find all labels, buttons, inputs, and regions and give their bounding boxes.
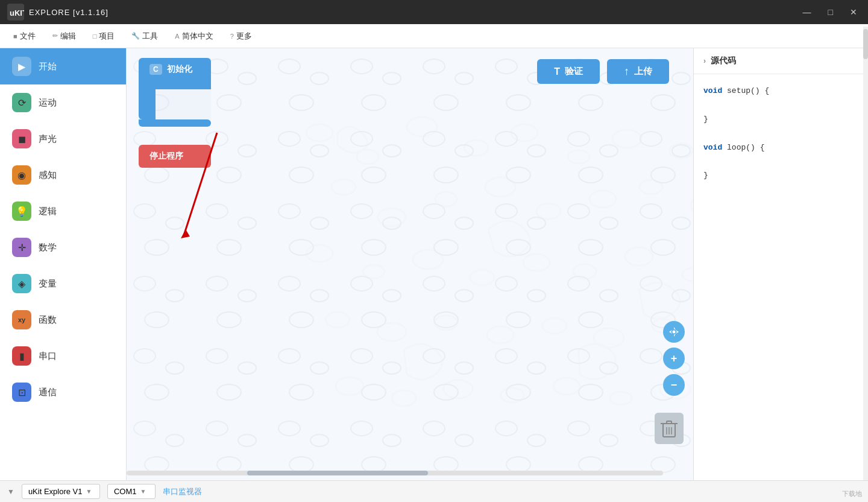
svg-point-38: [392, 390, 416, 406]
logo-icon: uKIT: [7, 4, 24, 21]
svg-point-34: [594, 328, 624, 348]
svg-point-25: [573, 264, 596, 279]
svg-point-42: [610, 392, 632, 405]
svg-point-20: [306, 245, 333, 262]
zoom-in-button[interactable]: +: [663, 348, 685, 369]
main-content: ▶ 开始 ⟳ 运动 ◼ 声光 ◉ 感知 💡 逻辑 ✛ 数学 ◈ 变量 xy 函: [0, 48, 868, 480]
svg-point-51: [673, 331, 676, 334]
trash-button[interactable]: [655, 413, 684, 444]
language-icon: A: [175, 33, 179, 40]
svg-point-14: [485, 177, 515, 197]
app-title: EXPLORE [v1.1.16]: [29, 8, 108, 17]
zoom-out-button[interactable]: −: [663, 374, 685, 396]
svg-point-37: [336, 377, 363, 395]
svg-marker-50: [676, 330, 679, 334]
svg-point-11: [332, 179, 356, 195]
menu-project-label: 项目: [99, 31, 115, 42]
sidebar-item-motion[interactable]: ⟳ 运动: [0, 84, 126, 121]
sidebar-item-func[interactable]: xy 函数: [0, 302, 126, 338]
sidebar-item-var[interactable]: ◈ 变量: [0, 265, 126, 302]
sidebar-label-serial: 串口: [39, 351, 57, 362]
port-label: COM1: [114, 487, 137, 496]
svg-point-13: [435, 192, 457, 206]
board-label: uKit Explore V1: [28, 487, 83, 496]
sidebar-label-comm: 通信: [39, 387, 57, 398]
serial-icon: ▮: [12, 346, 31, 366]
code-line-5: void loop() {: [703, 141, 858, 154]
svg-point-33: [542, 318, 567, 334]
svg-point-15: [536, 203, 561, 219]
more-icon: ?: [230, 33, 234, 40]
svg-point-9: [670, 144, 693, 158]
sidebar-item-comm[interactable]: ⊡ 通信: [0, 374, 126, 410]
menu-edit[interactable]: ✏ 编辑: [44, 27, 84, 45]
svg-point-4: [407, 117, 437, 136]
svg-point-23: [470, 270, 494, 285]
board-dropdown-arrow: ▼: [86, 488, 92, 495]
menu-bar: ■ 文件 ✏ 编辑 □ 项目 🔧 工具 A 简体中文 ? 更多: [0, 24, 868, 48]
menu-tools-label: 工具: [142, 31, 158, 42]
svg-point-21: [363, 265, 385, 278]
source-panel-title: 源代码: [711, 56, 736, 66]
menu-project[interactable]: □ 项目: [84, 27, 124, 45]
svg-point-40: [501, 388, 524, 402]
source-chevron-icon: ›: [703, 57, 706, 65]
port-selector[interactable]: COM1 ▼: [107, 484, 156, 499]
svg-point-27: [682, 268, 693, 281]
svg-point-30: [377, 323, 406, 341]
source-panel: › 源代码 void setup() { } void loop() { }: [693, 48, 868, 480]
menu-file[interactable]: ■ 文件: [5, 27, 44, 45]
menu-language-label: 简体中文: [182, 31, 213, 42]
var-icon: ◈: [12, 274, 31, 293]
upload-button[interactable]: ↑ 上传: [607, 59, 669, 84]
menu-tools[interactable]: 🔧 工具: [123, 27, 166, 45]
init-icon: C: [149, 64, 162, 75]
file-icon: ■: [13, 33, 17, 40]
close-button[interactable]: ✕: [846, 6, 861, 18]
func-icon: xy: [12, 310, 31, 329]
svg-point-31: [435, 316, 458, 330]
svg-point-5: [464, 140, 488, 156]
sidebar-item-logic[interactable]: 💡 逻辑: [0, 193, 126, 229]
menu-language[interactable]: A 简体中文: [166, 27, 221, 45]
source-panel-header: › 源代码: [694, 48, 868, 74]
sidebar-item-sound[interactable]: ◼ 声光: [0, 121, 126, 157]
menu-file-label: 文件: [20, 31, 36, 42]
status-arrow-icon: ▼: [7, 488, 14, 496]
project-icon: □: [93, 33, 97, 40]
sidebar-label-start: 开始: [39, 61, 57, 72]
minimize-button[interactable]: —: [799, 6, 815, 18]
stop-block-container[interactable]: 停止程序: [139, 97, 211, 168]
canvas-background: [127, 48, 693, 480]
sidebar-item-serial[interactable]: ▮ 串口: [0, 338, 126, 374]
canvas-scrollbar[interactable]: [127, 471, 663, 475]
svg-point-41: [553, 378, 580, 395]
verify-button[interactable]: T 验证: [537, 59, 600, 84]
tools-icon: 🔧: [131, 32, 140, 40]
code-line-1: void setup() {: [703, 84, 858, 98]
svg-point-29: [326, 312, 350, 328]
zoom-center-button[interactable]: [663, 321, 685, 343]
canvas-scrollbar-thumb: [247, 471, 428, 475]
sidebar-item-sense[interactable]: ◉ 感知: [0, 157, 126, 193]
svg-point-6: [511, 124, 538, 141]
sidebar-label-math: 数学: [39, 242, 57, 253]
watermark: 下载地: [842, 489, 862, 498]
svg-point-17: [640, 180, 662, 194]
svg-point-8: [612, 130, 641, 148]
board-selector[interactable]: uKit Explore V1 ▼: [22, 484, 100, 499]
sidebar-item-start[interactable]: ▶ 开始: [0, 48, 126, 84]
port-dropdown-arrow: ▼: [140, 488, 146, 495]
init-block-label: 初始化: [167, 64, 192, 75]
svg-point-26: [625, 247, 653, 265]
svg-marker-49: [669, 330, 672, 334]
serial-monitor-link[interactable]: 串口监视器: [163, 486, 202, 497]
maximize-button[interactable]: □: [825, 6, 837, 18]
svg-point-39: [444, 380, 473, 398]
motion-icon: ⟳: [12, 93, 31, 112]
menu-more[interactable]: ? 更多: [222, 27, 260, 45]
canvas-area[interactable]: C 初始化 停止程序: [127, 48, 693, 480]
svg-point-32: [487, 326, 514, 343]
sidebar-item-math[interactable]: ✛ 数学: [0, 229, 126, 265]
menu-more-label: 更多: [236, 31, 252, 42]
